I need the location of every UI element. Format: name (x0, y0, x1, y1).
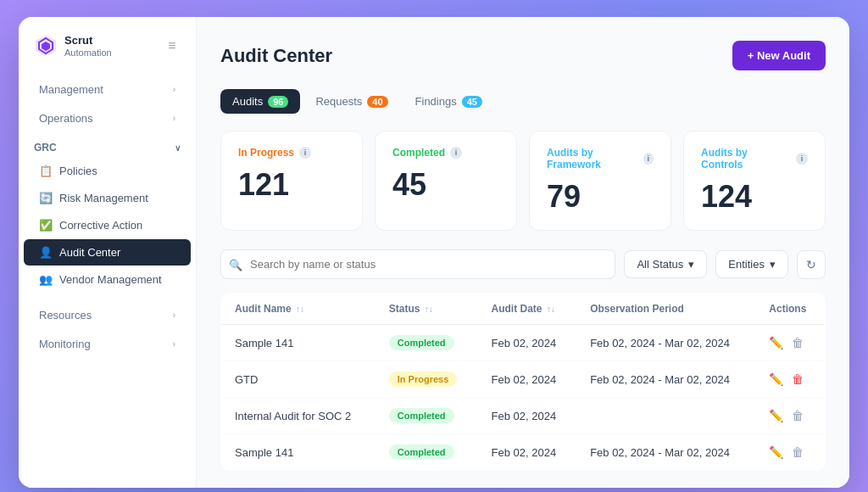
status-filter-btn[interactable]: All Status ▾ (624, 250, 707, 278)
audits-badge: 96 (268, 96, 288, 108)
sort-icon[interactable]: ↑↓ (547, 305, 555, 314)
chevron-right-icon: › (173, 339, 175, 349)
table-row: Sample 141 Completed Feb 02, 2024 Feb 02… (221, 434, 826, 471)
by-controls-info-icon[interactable]: i (796, 153, 808, 165)
chevron-down-icon: ▾ (770, 258, 776, 271)
tab-findings[interactable]: Findings 45 (403, 89, 494, 114)
cell-audit-date: Feb 02, 2024 (478, 361, 577, 398)
edit-icon[interactable]: ✏️ (769, 372, 783, 386)
completed-label: Completed (392, 147, 445, 159)
table-row: GTD In Progress Feb 02, 2024 Feb 02, 202… (221, 361, 826, 398)
by-framework-info-icon[interactable]: i (643, 153, 654, 165)
col-audit-name: Audit Name ↑↓ (221, 294, 376, 325)
delete-icon[interactable]: 🗑 (792, 409, 804, 422)
delete-icon[interactable]: 🗑 (792, 336, 804, 349)
sidebar-item-risk-management[interactable]: 🔄 Risk Management (24, 185, 191, 211)
cell-audit-date: Feb 02, 2024 (478, 325, 577, 361)
delete-icon[interactable]: 🗑 (792, 445, 804, 459)
tab-audits[interactable]: Audits 96 (220, 89, 300, 114)
grc-group-label[interactable]: GRC ∨ (19, 133, 196, 157)
sort-icon[interactable]: ↑↓ (425, 305, 433, 314)
cell-actions: ✏️ 🗑 (755, 398, 825, 434)
cell-status: Completed (376, 398, 478, 434)
sort-icon[interactable]: ↑↓ (296, 305, 304, 314)
col-status: Status ↑↓ (376, 294, 478, 325)
cell-observation-period: Feb 02, 2024 - Mar 02, 2024 (576, 361, 755, 398)
edit-icon[interactable]: ✏️ (769, 445, 783, 459)
cell-actions: ✏️ 🗑 (755, 361, 825, 398)
search-icon: 🔍 (229, 258, 242, 271)
scrut-logo-icon (34, 34, 58, 58)
audit-icon: 👤 (39, 246, 53, 259)
logo-name: Scrut (64, 34, 112, 48)
search-box: 🔍 (220, 249, 615, 279)
page-title: Audit Center (220, 45, 332, 67)
in-progress-value: 121 (238, 167, 345, 203)
sidebar-item-vendor-management[interactable]: 👥 Vendor Management (24, 266, 191, 293)
main-content: Audit Center + New Audit Audits 96 Reque… (197, 17, 849, 488)
table-row: Internal Audit for SOC 2 Completed Feb 0… (221, 398, 826, 434)
delete-icon[interactable]: 🗑 (792, 372, 804, 386)
sidebar-item-monitoring[interactable]: Monitoring › (24, 330, 191, 358)
new-audit-button[interactable]: + New Audit (732, 41, 826, 70)
chevron-right-icon: › (173, 114, 175, 123)
by-controls-label: Audits by Controls (701, 147, 791, 171)
completed-value: 45 (392, 167, 499, 203)
cell-actions: ✏️ 🗑 (755, 325, 825, 361)
in-progress-label: In Progress (238, 147, 294, 159)
chevron-down-icon: ∨ (175, 143, 181, 153)
col-actions: Actions (755, 294, 825, 325)
cell-observation-period: Feb 02, 2024 - Mar 02, 2024 (576, 434, 755, 471)
stats-row: In Progress i 121 Completed i 45 Audits … (220, 131, 826, 231)
cell-audit-name: Internal Audit for SOC 2 (221, 398, 376, 434)
vendor-icon: 👥 (39, 273, 53, 286)
table-header-row: Audit Name ↑↓ Status ↑↓ Audit Date ↑↓ Ob… (221, 294, 826, 325)
in-progress-info-icon[interactable]: i (299, 147, 311, 159)
sidebar-item-policies[interactable]: 📋 Policies (24, 158, 191, 184)
entity-filter-btn[interactable]: Entities ▾ (715, 250, 788, 278)
findings-badge: 45 (462, 96, 482, 108)
sidebar-item-resources[interactable]: Resources › (24, 301, 191, 329)
stat-card-by-controls: Audits by Controls i 124 (683, 131, 826, 231)
refresh-button[interactable]: ↻ (797, 250, 826, 279)
status-badge: Completed (389, 444, 454, 460)
cell-audit-date: Feb 02, 2024 (478, 398, 577, 434)
search-input[interactable] (220, 249, 615, 279)
main-header: Audit Center + New Audit (220, 41, 826, 70)
requests-badge: 40 (367, 96, 387, 108)
sidebar-item-corrective-action[interactable]: ✅ Corrective Action (24, 212, 191, 238)
sidebar-item-operations[interactable]: Operations › (24, 104, 191, 132)
tabs-row: Audits 96 Requests 40 Findings 45 (220, 89, 826, 114)
sidebar-item-management[interactable]: Management › (24, 75, 191, 103)
logo-area: Scrut Automation ≡ (19, 34, 196, 75)
cell-status: Completed (376, 325, 478, 361)
cell-status: Completed (376, 434, 478, 471)
corrective-icon: ✅ (39, 219, 53, 232)
status-badge: Completed (389, 408, 454, 423)
completed-info-icon[interactable]: i (450, 147, 462, 159)
cell-audit-date: Feb 02, 2024 (478, 434, 577, 471)
sidebar: Scrut Automation ≡ Management › Operatio… (19, 17, 197, 488)
app-window: Scrut Automation ≡ Management › Operatio… (19, 17, 849, 488)
cell-actions: ✏️ 🗑 (755, 434, 825, 471)
cell-observation-period: Feb 02, 2024 - Mar 02, 2024 (576, 325, 755, 361)
tab-requests[interactable]: Requests 40 (303, 89, 399, 114)
stat-card-in-progress: In Progress i 121 (220, 131, 363, 231)
chevron-right-icon: › (173, 310, 175, 320)
by-framework-label: Audits by Framework (547, 147, 638, 171)
cell-audit-name: Sample 141 (221, 434, 376, 471)
filter-row: 🔍 All Status ▾ Entities ▾ ↻ (220, 249, 826, 279)
col-observation-period: Observation Period (576, 294, 755, 325)
by-controls-value: 124 (701, 179, 808, 215)
sidebar-item-audit-center[interactable]: 👤 Audit Center (24, 239, 191, 266)
logo-subtitle: Automation (64, 48, 112, 58)
refresh-icon: ↻ (806, 258, 816, 271)
sidebar-collapse-btn[interactable]: ≡ (164, 37, 181, 54)
edit-icon[interactable]: ✏️ (769, 409, 783, 422)
by-framework-value: 79 (547, 179, 654, 215)
stat-card-by-framework: Audits by Framework i 79 (529, 131, 671, 231)
edit-icon[interactable]: ✏️ (769, 336, 783, 349)
chevron-down-icon: ▾ (688, 258, 694, 271)
status-badge: Completed (389, 335, 454, 350)
chevron-right-icon: › (173, 85, 175, 94)
